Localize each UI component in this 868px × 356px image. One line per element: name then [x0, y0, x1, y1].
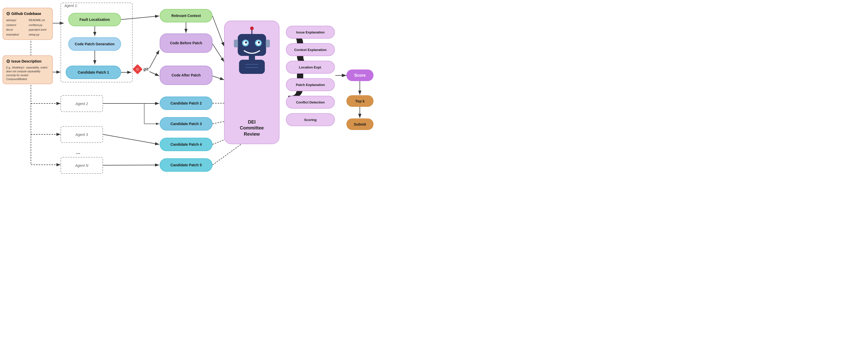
agent1-label: Agent 1: [64, 4, 78, 8]
topk-label: Top k [355, 99, 365, 103]
svg-line-12 [213, 44, 224, 62]
candidate-patch5-label: Candidate Patch 5 [170, 163, 202, 167]
code-patch-generation-box: Code Patch Generation [68, 37, 121, 51]
review-item-location-explanation: Location Expl. [286, 61, 335, 74]
svg-line-23 [103, 165, 159, 165]
agent2-box: Agent 2 [61, 95, 103, 112]
svg-line-11 [213, 16, 224, 46]
agent3-label: Agent 3 [75, 133, 88, 137]
dei-label: DEI Committee Review [240, 119, 264, 137]
fault-localization-box: Fault Localization [68, 13, 121, 26]
svg-line-10 [149, 71, 159, 76]
review-item-context-explanation: Context Explanation [286, 43, 335, 56]
score-box: Score [346, 69, 373, 81]
review-items-container: Issue Explanation Context Explanation Lo… [286, 26, 335, 131]
review-item-issue-explanation: Issue Explanation [286, 26, 335, 39]
candidate-patch4-box: Candidate Patch 4 [160, 138, 213, 151]
agentN-box: Agent N [61, 157, 103, 174]
svg-line-13 [213, 76, 224, 80]
candidate-patch3-box: Candidate Patch 3 [160, 117, 213, 130]
svg-point-34 [250, 27, 254, 30]
candidate-patch2-box: Candidate Patch 2 [160, 97, 213, 110]
candidate-patch3-label: Candidate Patch 3 [170, 122, 202, 126]
svg-rect-42 [234, 40, 238, 47]
svg-rect-43 [266, 40, 270, 47]
candidate-patch1-box: Candidate Patch 1 [66, 66, 121, 79]
code-patch-generation-label: Code Patch Generation [75, 42, 115, 46]
issue-description-box: ⊙ Issue Description E.g., Modeling's `se… [3, 55, 53, 84]
svg-point-38 [245, 41, 247, 43]
github-codebase-box: ⊙ Github Codebase astropy/ README.rst ce… [3, 8, 53, 40]
github-title: ⊙ Github Codebase [6, 11, 49, 17]
relevant-context-box: Relevant Context [160, 9, 213, 22]
review-item-conflict-detection: Conflict Detection [286, 96, 335, 109]
git-label: git [144, 67, 149, 71]
svg-line-9 [149, 50, 159, 68]
git-area: ⬡ git [133, 64, 149, 74]
diagram-container: ⊙ Github Codebase astropy/ README.rst ce… [0, 0, 434, 178]
score-label: Score [354, 73, 366, 78]
dei-committee-box: DEI Committee Review [224, 21, 279, 144]
agent3-box: Agent 3 [61, 126, 103, 143]
dots-label: ... [76, 149, 80, 155]
code-before-patch-label: Code Before Patch [170, 41, 202, 45]
review-item-scoring: Scoring [286, 113, 335, 126]
svg-rect-45 [239, 60, 265, 74]
agentN-label: Agent N [75, 163, 88, 168]
github-title-text: Github Codebase [11, 11, 41, 16]
issue-icon: ⊙ [6, 58, 10, 64]
svg-point-41 [258, 41, 260, 43]
code-before-patch-box: Code Before Patch [160, 33, 213, 53]
git-diamond-icon: ⬡ [133, 64, 143, 74]
github-icon: ⊙ [6, 11, 10, 17]
issue-description-text: E.g., Modeling's `separability_matrix` d… [6, 66, 49, 81]
topk-box: Top k [346, 95, 373, 107]
candidate-patch2-label: Candidate Patch 2 [170, 101, 202, 105]
fault-localization-label: Fault Localization [79, 18, 110, 22]
candidate-patch4-label: Candidate Patch 4 [170, 142, 202, 147]
issue-title: ⊙ Issue Description [6, 58, 49, 64]
issue-title-text: Issue Description [11, 59, 41, 63]
candidate-patch1-label: Candidate Patch 1 [78, 70, 109, 74]
svg-rect-35 [238, 34, 266, 56]
code-after-patch-box: Code After Patch [160, 66, 213, 85]
submit-label: Submit [354, 122, 366, 126]
review-item-patch-explanation: Patch Explanation [286, 78, 335, 91]
candidate-patch5-box: Candidate Patch 5 [160, 158, 213, 172]
robot-icon [231, 26, 273, 75]
agent2-label: Agent 2 [75, 102, 88, 106]
github-files: astropy/ README.rst cextern/ conftest.py… [6, 18, 49, 37]
svg-line-22 [103, 134, 159, 144]
svg-text:⬡: ⬡ [136, 68, 139, 71]
submit-box[interactable]: Submit [346, 119, 373, 130]
relevant-context-label: Relevant Context [171, 14, 200, 18]
code-after-patch-label: Code After Patch [172, 73, 200, 77]
svg-rect-44 [249, 56, 255, 60]
